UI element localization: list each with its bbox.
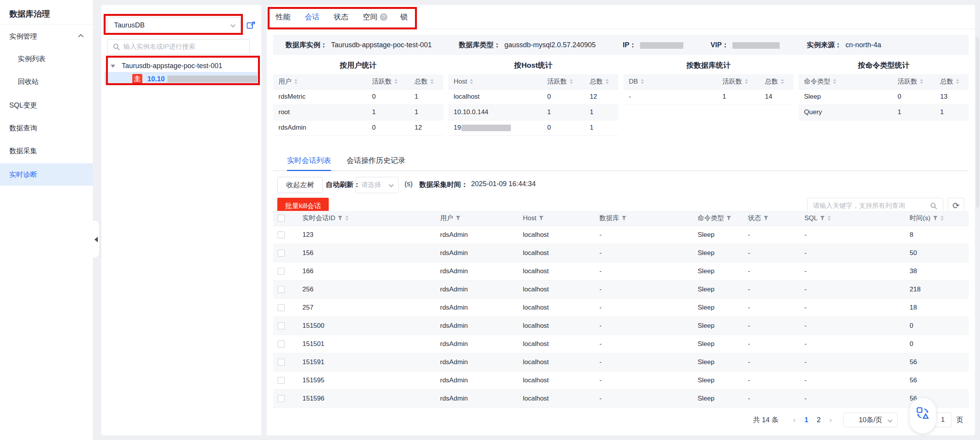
sidebar-collapse-handle[interactable] — [93, 221, 99, 258]
cell-total-link[interactable]: 1 — [409, 89, 443, 104]
tree-node-instance[interactable]: Taurusdb-appstage-poc-test-001 — [111, 60, 222, 72]
filter-icon[interactable] — [621, 216, 627, 221]
col-user[interactable]: 用户 — [435, 211, 518, 226]
row-checkbox[interactable] — [278, 231, 285, 238]
filter-icon[interactable] — [726, 216, 731, 221]
row-checkbox[interactable] — [278, 395, 285, 402]
jump-page-input[interactable] — [934, 413, 952, 427]
col-sql[interactable]: SQL — [800, 211, 905, 226]
col-db[interactable]: DB — [623, 74, 717, 89]
row-checkbox[interactable] — [278, 286, 285, 293]
page-1-button[interactable]: 1 — [800, 416, 813, 424]
cell-total-link[interactable]: 13 — [935, 89, 969, 104]
sidebar-item-instance-list[interactable]: 实例列表 — [0, 51, 93, 67]
row-checkbox[interactable] — [278, 377, 285, 384]
sidebar-item-data-query[interactable]: 数据查询 — [0, 120, 93, 136]
cell-sql: - — [800, 371, 905, 389]
col-host[interactable]: Host — [448, 74, 542, 89]
sort-icon[interactable] — [345, 215, 349, 221]
row-checkbox[interactable] — [278, 250, 285, 257]
tab-status[interactable]: 状态 — [334, 5, 348, 29]
col-total[interactable]: 总数 — [584, 74, 618, 89]
tab-space[interactable]: 空间? — [363, 5, 388, 29]
sort-icon[interactable] — [940, 215, 944, 221]
col-active[interactable]: 活跃数 — [717, 74, 760, 89]
cell-total-link[interactable]: 1 — [584, 104, 618, 120]
tree-node-primary-selected[interactable]: 主 10.10 — [104, 72, 258, 85]
sort-icon[interactable] — [569, 79, 573, 84]
next-page-button[interactable]: › — [825, 416, 837, 424]
filter-icon[interactable] — [820, 216, 825, 221]
cell-active: 1 — [542, 104, 584, 120]
select-all-checkbox[interactable] — [278, 215, 285, 222]
filter-icon[interactable] — [456, 216, 461, 221]
sort-icon[interactable] — [605, 79, 609, 84]
row-checkbox[interactable] — [278, 359, 285, 366]
col-db[interactable]: 数据库 — [595, 211, 693, 226]
row-checkbox[interactable] — [278, 268, 285, 275]
open-instance-list-icon[interactable] — [246, 21, 256, 31]
sort-icon[interactable] — [394, 79, 398, 84]
tab-lock[interactable]: 锁 — [400, 5, 408, 29]
sort-icon[interactable] — [956, 79, 960, 84]
col-time[interactable]: 时间(s) — [905, 211, 969, 226]
row-checkbox[interactable] — [278, 304, 285, 311]
cell-total-link[interactable]: 12 — [584, 89, 618, 104]
col-active[interactable]: 活跃数 — [542, 74, 584, 89]
sidebar-item-sql-change[interactable]: SQL变更 — [0, 98, 93, 113]
cell-total-link[interactable]: 1 — [584, 120, 618, 135]
instance-search-input[interactable] — [123, 40, 247, 54]
col-state[interactable]: 状态 — [743, 211, 800, 226]
col-total[interactable]: 总数 — [935, 74, 969, 89]
cell-total-link[interactable]: 1 — [409, 104, 443, 120]
col-host[interactable]: Host — [518, 211, 595, 226]
sort-icon[interactable] — [780, 79, 784, 84]
sort-icon[interactable] — [640, 79, 644, 84]
filter-icon[interactable] — [539, 216, 544, 221]
filter-icon[interactable] — [763, 216, 768, 221]
floating-tool-button[interactable] — [910, 398, 936, 433]
sort-icon[interactable] — [744, 79, 748, 84]
sort-icon[interactable] — [920, 79, 924, 84]
engine-select[interactable]: TaurusDB — [108, 17, 241, 33]
tab-session-history[interactable]: 会话操作历史记录 — [347, 154, 405, 170]
row-checkbox[interactable] — [278, 341, 285, 348]
prev-page-button[interactable]: ‹ — [789, 416, 800, 424]
sort-icon[interactable] — [294, 79, 298, 84]
tab-realtime-session-list[interactable]: 实时会话列表 — [287, 154, 331, 171]
cell-total-link[interactable]: 1 — [935, 104, 969, 120]
collapse-tree-button[interactable]: 收起左树 — [277, 177, 323, 193]
sort-icon[interactable] — [470, 79, 473, 84]
tree-expand-icon[interactable] — [111, 65, 115, 68]
tab-session[interactable]: 会话 — [305, 5, 319, 29]
sidebar-item-data-collect[interactable]: 数据采集 — [0, 143, 93, 159]
col-total[interactable]: 总数 — [760, 74, 794, 89]
sidebar-item-realtime-diagnosis[interactable]: 实时诊断 — [0, 163, 93, 186]
table-row: 151591rdsAdminlocalhost-Sleep--56 — [273, 353, 969, 371]
page-size-select[interactable]: 10条/页 — [843, 413, 898, 427]
sort-icon[interactable] — [827, 215, 831, 221]
help-icon[interactable]: ? — [380, 13, 388, 21]
cell-total-link[interactable]: 12 — [409, 120, 443, 135]
col-user[interactable]: 用户 — [273, 74, 367, 89]
page-scrollbar[interactable] — [976, 37, 979, 207]
tab-performance[interactable]: 性能 — [276, 5, 290, 29]
sidebar-item-recycle-bin[interactable]: 回收站 — [0, 74, 93, 89]
col-command[interactable]: 命令类型 — [799, 74, 892, 89]
col-total[interactable]: 总数 — [409, 74, 443, 89]
col-active[interactable]: 活跃数 — [367, 74, 409, 89]
page-2-button[interactable]: 2 — [813, 416, 825, 424]
cell-total-link[interactable]: 14 — [760, 89, 794, 104]
auto-refresh-select[interactable]: 请选择 — [355, 177, 399, 193]
sort-icon[interactable] — [833, 79, 837, 84]
filter-icon[interactable] — [338, 216, 343, 221]
sort-icon[interactable] — [430, 79, 434, 84]
row-checkbox[interactable] — [278, 322, 285, 329]
col-active[interactable]: 活跃数 — [892, 74, 935, 89]
col-session-id[interactable]: 实时会话ID — [298, 211, 435, 226]
col-label: 命令类型 — [804, 78, 830, 85]
info-vip: VIP： — [710, 40, 780, 50]
sidebar-group-instance-mgmt[interactable]: 实例管理 — [0, 29, 93, 44]
col-command[interactable]: 命令类型 — [693, 211, 743, 226]
filter-icon[interactable] — [933, 216, 938, 221]
